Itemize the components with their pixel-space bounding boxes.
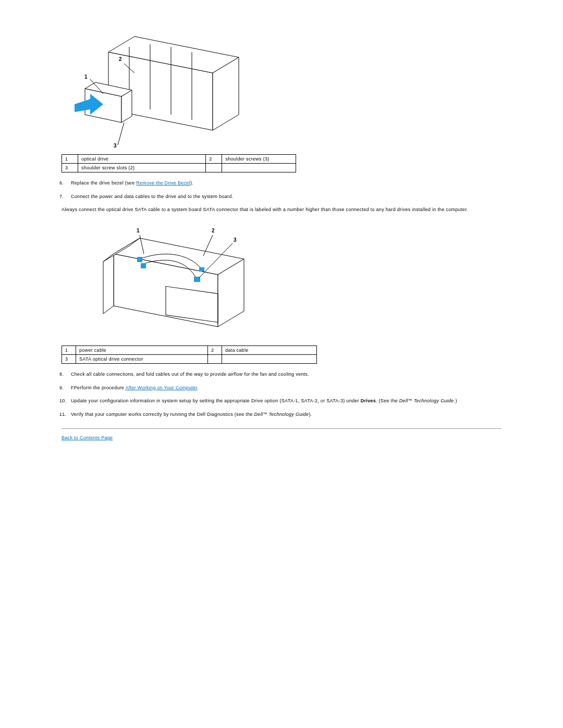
- link-back-to-contents[interactable]: Back to Contents Page: [62, 435, 113, 440]
- table-cell: shoulder screws (3): [222, 155, 296, 164]
- step-text: FPerform the procedure: [71, 385, 125, 390]
- svg-rect-21: [141, 263, 146, 268]
- callout-1: 1: [84, 74, 88, 80]
- svg-line-13: [118, 122, 124, 145]
- step-text: Verify that your computer works correctl…: [71, 412, 254, 417]
- svg-rect-23: [199, 267, 204, 272]
- table-cell: [206, 164, 222, 172]
- product-name: Dell: [254, 412, 263, 417]
- step-11: 11. Verify that your computer works corr…: [71, 411, 501, 418]
- trademark: ™: [263, 412, 267, 416]
- table-cell: [222, 355, 317, 364]
- step-text: Update your configuration information in…: [71, 398, 361, 403]
- product-name: Technology Guide: [412, 398, 454, 403]
- step-9: 9. FPerform the procedure After Working …: [71, 385, 501, 392]
- callout-3: 3: [234, 237, 237, 243]
- step-text: Replace the drive bezel (see: [71, 180, 136, 186]
- table-cell: 1: [62, 346, 76, 355]
- product-name: Technology Guide: [267, 412, 309, 417]
- step-6: 6. Replace the drive bezel (see Remove t…: [71, 180, 501, 187]
- step-text: ).: [309, 412, 312, 417]
- step-number: 11.: [59, 411, 66, 418]
- step-number: 10.: [59, 398, 66, 405]
- table-cell: 3: [62, 164, 78, 172]
- table-cell: [208, 355, 222, 364]
- step-bold: Drives: [361, 398, 376, 403]
- step-8: 8. Check all cable connections, and fold…: [71, 371, 501, 378]
- step-10: 10. Update your configuration informatio…: [71, 398, 501, 405]
- trademark: ™: [408, 398, 412, 403]
- figure-cable-routing: 1 2 3: [82, 223, 265, 342]
- table-cell: data cable: [222, 346, 317, 355]
- svg-rect-20: [137, 257, 142, 262]
- table-cell: optical drive: [78, 155, 206, 164]
- step-number: 6.: [59, 180, 64, 187]
- product-name: Dell: [399, 398, 408, 403]
- step-number: 7.: [59, 193, 64, 201]
- table-cell: [222, 164, 296, 172]
- step-7: 7. Connect the power and data cables to …: [71, 193, 501, 201]
- step-number: 8.: [59, 371, 64, 378]
- chassis-cables-diagram-icon: [82, 223, 265, 342]
- step-text: Check all cable connections, and fold ca…: [71, 372, 309, 377]
- figure2-callout-table: 1 power cable 2 data cable 3 SATA optica…: [62, 346, 317, 364]
- step-text: ).: [190, 180, 193, 186]
- callout-2: 2: [119, 56, 122, 62]
- step-text: . (See the: [376, 398, 399, 403]
- table-cell: 2: [208, 346, 222, 355]
- table-cell: 2: [206, 155, 222, 164]
- table-cell: 1: [62, 155, 78, 164]
- link-remove-drive-bezel[interactable]: Remove the Drive Bezel: [136, 180, 190, 186]
- callout-3: 3: [114, 143, 117, 149]
- table-cell: SATA optical drive connector: [76, 355, 208, 364]
- step-number: 9.: [59, 385, 64, 392]
- callout-1: 1: [137, 228, 140, 233]
- step-text: .): [454, 398, 457, 403]
- step-text: Connect the power and data cables to the…: [71, 194, 233, 199]
- figure1-callout-table: 1 optical drive 2 shoulder screws (3) 3 …: [62, 154, 296, 172]
- separator: [62, 428, 501, 429]
- chassis-diagram-icon: [67, 16, 249, 151]
- callout-2: 2: [212, 228, 215, 233]
- table-cell: power cable: [76, 346, 208, 355]
- step-text: .: [197, 385, 199, 390]
- figure-optical-drive: 1 2 3: [67, 16, 249, 151]
- table-cell: shoulder screw slots (2): [78, 164, 206, 172]
- table-cell: 3: [62, 355, 76, 364]
- link-after-working[interactable]: After Working on Your Computer: [125, 385, 197, 390]
- sata-note: Always connect the optical drive SATA ca…: [62, 206, 501, 213]
- svg-marker-17: [103, 254, 114, 314]
